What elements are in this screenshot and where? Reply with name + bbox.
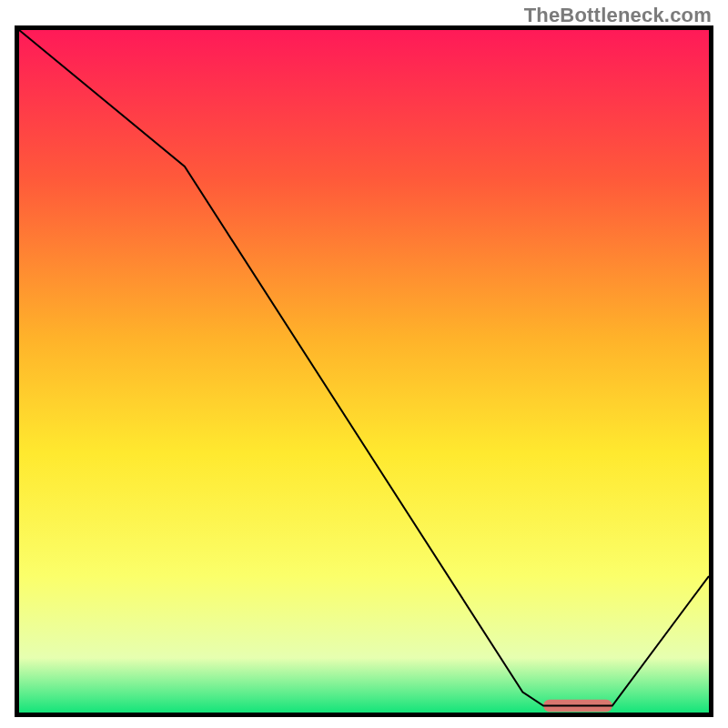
chart-background: [19, 30, 709, 713]
chart-frame: [15, 25, 713, 717]
watermark-text: TheBottleneck.com: [524, 4, 712, 27]
chart-plot-area: [19, 30, 709, 713]
